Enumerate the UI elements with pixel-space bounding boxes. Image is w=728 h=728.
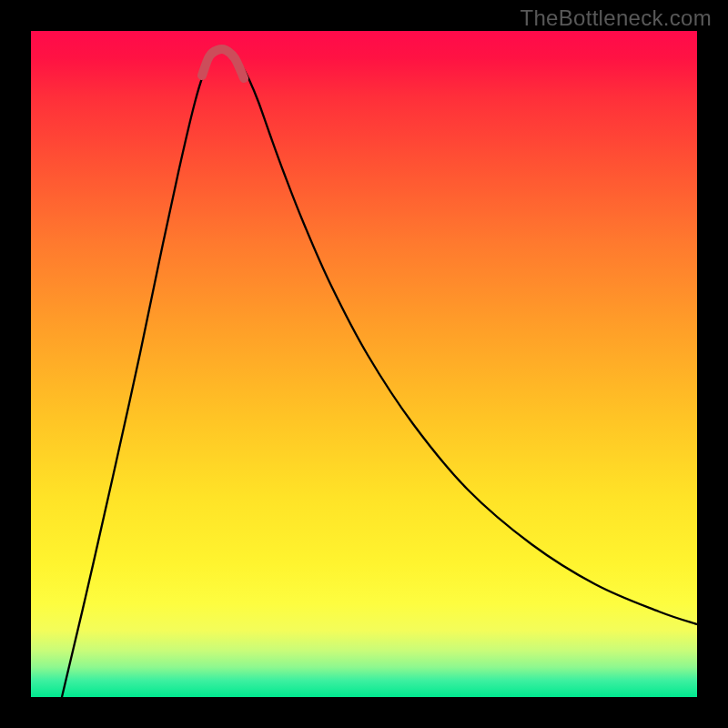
min-band-marker <box>202 49 244 78</box>
bottleneck-curve <box>62 52 697 697</box>
chart-svg <box>31 31 697 697</box>
chart-area <box>31 31 697 697</box>
watermark-text: TheBottleneck.com <box>520 5 712 31</box>
